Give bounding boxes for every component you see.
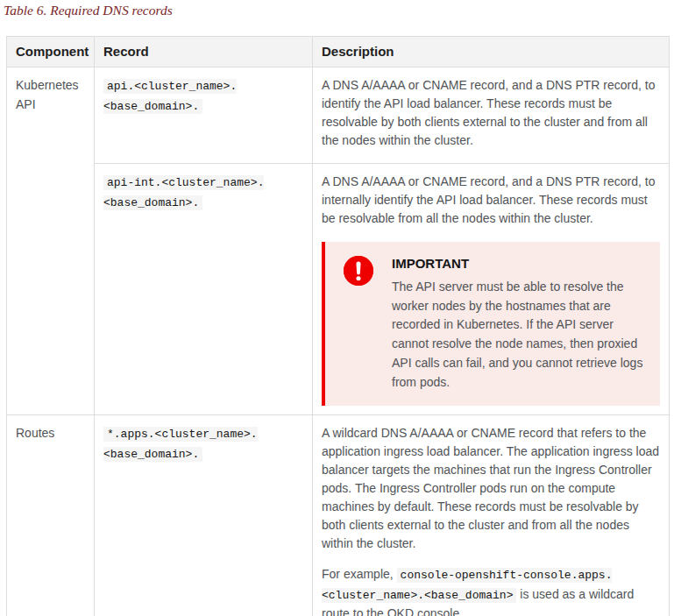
example-code-line: console-openshift-console.apps. [401, 569, 613, 582]
table-caption: Table 6. Required DNS records [4, 3, 674, 19]
table-row: Routes *.apps.<cluster_name>.<base_domai… [7, 415, 670, 616]
record-code-line: <base_domain>. [103, 448, 199, 461]
column-header-record: Record [95, 36, 313, 67]
component-label: Kubernetes API [16, 76, 85, 114]
description-text: A DNS A/AAAA or CNAME record, and a DNS … [322, 76, 660, 150]
description-cell-routes: A wildcard DNS A/AAAA or CNAME record th… [313, 415, 670, 616]
record-code-line: <base_domain>. [103, 196, 199, 209]
admonition-text: The API server must be able to resolve t… [392, 278, 644, 392]
description-text: A wildcard DNS A/AAAA or CNAME record th… [322, 424, 660, 553]
admonition-icon-column [325, 254, 392, 392]
component-cell-kubernetes-api: Kubernetes API [7, 67, 95, 415]
description-cell-api: A DNS A/AAAA or CNAME record, and a DNS … [313, 67, 670, 164]
component-cell-routes: Routes [7, 415, 95, 616]
table-row: Kubernetes API api.<cluster_name>.<base_… [7, 67, 670, 164]
table-header-row: Component Record Description [7, 36, 670, 67]
record-cell-api-int: api-int.<cluster_name>.<base_domain>. [95, 164, 313, 415]
record-code-api: api.<cluster_name>.<base_domain>. [103, 79, 237, 113]
table-row: api-int.<cluster_name>.<base_domain>. A … [7, 164, 670, 415]
column-header-component: Component [7, 36, 95, 67]
exclamation-circle-icon [344, 256, 373, 286]
record-code-routes: *.apps.<cluster_name>.<base_domain>. [103, 427, 258, 461]
component-label: Routes [16, 424, 85, 443]
description-text: A DNS A/AAAA or CNAME record, and a DNS … [322, 173, 660, 228]
admonition-content: IMPORTANT The API server must be able to… [392, 254, 648, 392]
important-admonition: IMPORTANT The API server must be able to… [322, 242, 660, 406]
record-code-api-int: api-int.<cluster_name>.<base_domain>. [103, 175, 264, 209]
record-code-line: *.apps.<cluster_name>. [107, 428, 258, 441]
record-code-line: api-int.<cluster_name>. [107, 176, 264, 189]
description-cell-api-int: A DNS A/AAAA or CNAME record, and a DNS … [313, 164, 670, 415]
admonition-title: IMPORTANT [392, 254, 644, 273]
example-code-line: <cluster_name>.<base_domain> [322, 589, 513, 602]
description-example-text: For example, console-openshift-console.a… [322, 565, 660, 616]
column-header-description: Description [313, 36, 670, 67]
record-code-line: <base_domain>. [103, 100, 199, 113]
example-prefix: For example, [322, 567, 397, 581]
record-cell-api: api.<cluster_name>.<base_domain>. [95, 67, 313, 164]
record-cell-routes: *.apps.<cluster_name>.<base_domain>. [95, 415, 313, 616]
record-code-line: api.<cluster_name>. [107, 80, 237, 93]
required-dns-records-table: Component Record Description Kubernetes … [6, 36, 670, 616]
